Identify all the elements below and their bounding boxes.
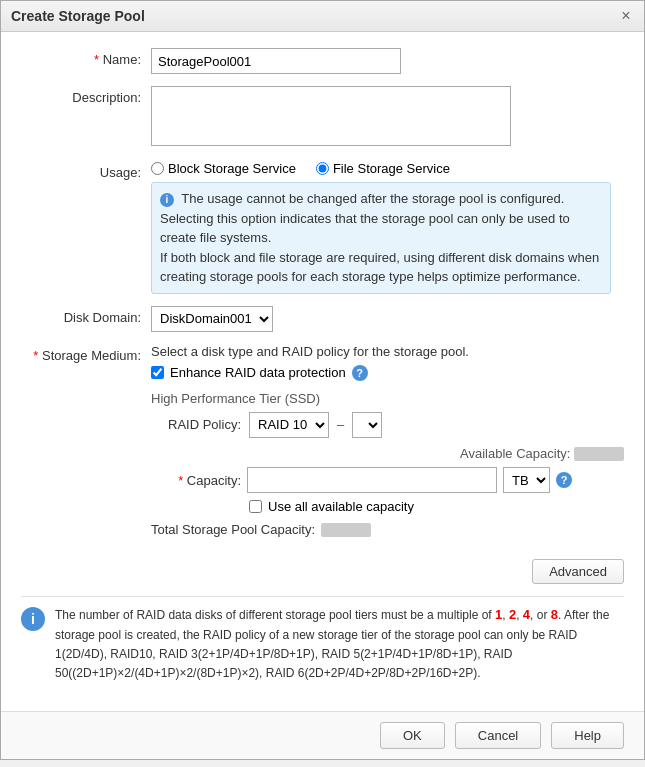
name-content	[151, 48, 624, 74]
create-storage-pool-dialog: Create Storage Pool × Name: Description:…	[0, 0, 645, 760]
available-capacity-row: Available Capacity:	[151, 446, 624, 462]
capacity-row: Capacity: TB ?	[151, 467, 624, 493]
raid-policy-label: RAID Policy:	[151, 417, 241, 432]
usage-info-box: i The usage cannot be changed after the …	[151, 182, 611, 294]
block-storage-option[interactable]: Block Storage Service	[151, 161, 296, 176]
total-capacity-row: Total Storage Pool Capacity:	[151, 522, 624, 537]
enhance-raid-help-icon[interactable]: ?	[352, 365, 368, 381]
use-all-label: Use all available capacity	[268, 499, 414, 514]
enhance-raid-label: Enhance RAID data protection	[170, 365, 346, 380]
raid-secondary-select[interactable]	[352, 412, 382, 438]
tier-title: High Performance Tier (SSD)	[151, 391, 624, 406]
block-storage-radio[interactable]	[151, 162, 164, 175]
name-input[interactable]	[151, 48, 401, 74]
file-storage-option[interactable]: File Storage Service	[316, 161, 450, 176]
file-storage-label: File Storage Service	[333, 161, 450, 176]
raid-dash: –	[337, 417, 344, 432]
available-capacity-label: Available Capacity:	[460, 446, 570, 461]
info-icon: i	[160, 193, 174, 207]
storage-medium-row: Storage Medium: Select a disk type and R…	[21, 344, 624, 548]
use-all-checkbox[interactable]	[249, 500, 262, 513]
cancel-button[interactable]: Cancel	[455, 722, 541, 749]
storage-medium-content: Select a disk type and RAID policy for t…	[151, 344, 624, 548]
enhance-raid-row: Enhance RAID data protection ?	[151, 365, 624, 381]
use-all-row: Use all available capacity	[249, 499, 624, 514]
enhance-raid-checkbox[interactable]	[151, 366, 164, 379]
dialog-footer: OK Cancel Help	[1, 711, 644, 759]
available-capacity-value	[574, 447, 624, 461]
usage-row: Usage: Block Storage Service File Storag…	[21, 161, 624, 294]
disk-domain-content: DiskDomain001	[151, 306, 624, 332]
total-capacity-label: Total Storage Pool Capacity:	[151, 522, 315, 537]
capacity-input[interactable]	[247, 467, 497, 493]
advanced-button[interactable]: Advanced	[532, 559, 624, 584]
storage-medium-label: Storage Medium:	[21, 344, 151, 363]
description-label: Description:	[21, 86, 151, 105]
usage-content: Block Storage Service File Storage Servi…	[151, 161, 624, 294]
info-bottom-text: The number of RAID data disks of differe…	[55, 605, 624, 683]
raid-policy-row: RAID Policy: RAID 10 –	[151, 412, 624, 438]
close-button[interactable]: ×	[618, 8, 634, 24]
dialog-title: Create Storage Pool	[11, 8, 145, 24]
usage-label: Usage:	[21, 161, 151, 180]
info-bottom-box: i The number of RAID data disks of diffe…	[21, 605, 624, 695]
ok-button[interactable]: OK	[380, 722, 445, 749]
disk-domain-label: Disk Domain:	[21, 306, 151, 325]
description-row: Description:	[21, 86, 624, 149]
storage-medium-hint: Select a disk type and RAID policy for t…	[151, 344, 624, 359]
help-button[interactable]: Help	[551, 722, 624, 749]
file-storage-radio[interactable]	[316, 162, 329, 175]
disk-domain-select[interactable]: DiskDomain001	[151, 306, 273, 332]
raid-policy-select[interactable]: RAID 10	[249, 412, 329, 438]
divider	[21, 596, 624, 597]
capacity-help-icon[interactable]: ?	[556, 472, 572, 488]
description-content	[151, 86, 624, 149]
description-input[interactable]	[151, 86, 511, 146]
capacity-unit-select[interactable]: TB	[503, 467, 550, 493]
dialog-body: Name: Description: Usage: Block Storage …	[1, 32, 644, 711]
tier-section: High Performance Tier (SSD) RAID Policy:…	[151, 387, 624, 548]
dialog-title-bar: Create Storage Pool ×	[1, 1, 644, 32]
highlight-1: 1	[495, 607, 502, 622]
usage-radio-group: Block Storage Service File Storage Servi…	[151, 161, 624, 176]
highlight-4: 4	[523, 607, 530, 622]
block-storage-label: Block Storage Service	[168, 161, 296, 176]
disk-domain-row: Disk Domain: DiskDomain001	[21, 306, 624, 332]
capacity-label: Capacity:	[151, 473, 241, 488]
usage-info-text: The usage cannot be changed after the st…	[160, 191, 599, 284]
info-bottom-icon: i	[21, 607, 45, 631]
name-row: Name:	[21, 48, 624, 74]
total-capacity-value	[321, 523, 371, 537]
highlight-2: 2	[509, 607, 516, 622]
advanced-row: Advanced	[21, 559, 624, 584]
name-label: Name:	[21, 48, 151, 67]
highlight-8: 8	[551, 607, 558, 622]
